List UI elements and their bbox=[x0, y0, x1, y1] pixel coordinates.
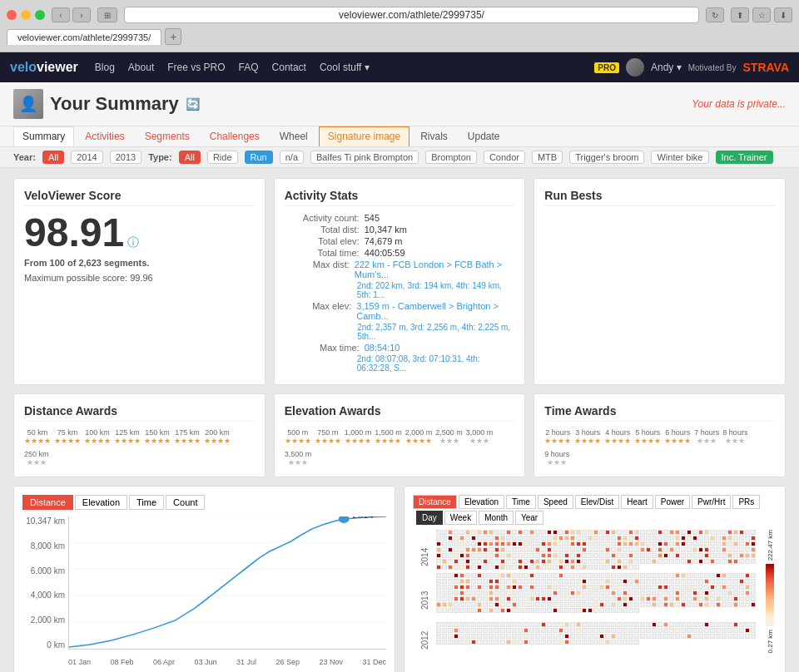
type-triggers-btn[interactable]: Trigger's broom bbox=[569, 151, 644, 164]
minimize-button[interactable] bbox=[21, 10, 31, 20]
award-8h: 8 hours★★★ bbox=[722, 428, 747, 445]
tab-rivals[interactable]: Rivals bbox=[411, 126, 457, 146]
line-chart-card: Distance Elevation Time Count 10,347 km … bbox=[13, 486, 395, 672]
tab-segments[interactable]: Segments bbox=[136, 126, 199, 146]
browser-tab[interactable]: veloviewer.com/athlete/2999735/ bbox=[7, 29, 161, 45]
award-7h: 7 hours★★★ bbox=[694, 428, 719, 445]
year-label-2013: 2013 bbox=[413, 576, 436, 610]
year-label-2014: 2014 bbox=[413, 533, 436, 566]
close-button[interactable] bbox=[7, 10, 17, 20]
reload-button[interactable]: ↻ bbox=[706, 7, 724, 22]
tab-challenges[interactable]: Challenges bbox=[201, 126, 269, 146]
award-5h: 5 hours★★★★ bbox=[634, 428, 661, 445]
private-message: Your data is private... bbox=[692, 98, 786, 110]
bookmark-button[interactable]: ☆ bbox=[752, 7, 771, 22]
heatmap-view-year[interactable]: Year bbox=[515, 511, 543, 525]
y-label-2000: 2,000 km bbox=[22, 615, 68, 625]
year-all-btn[interactable]: All bbox=[42, 151, 64, 164]
heatmap-card: Distance Elevation Time Speed Elev/Dist … bbox=[404, 486, 786, 672]
tab-activities[interactable]: Activities bbox=[76, 126, 133, 146]
chart-tab-distance[interactable]: Distance bbox=[22, 495, 73, 510]
nav-about[interactable]: About bbox=[128, 62, 154, 73]
chart-tab-count[interactable]: Count bbox=[166, 495, 205, 510]
nav-links: Blog About Free vs PRO FAQ Contact Cool … bbox=[95, 62, 595, 73]
address-bar[interactable]: veloviewer.com/athlete/2999735/ bbox=[124, 7, 699, 23]
tab-signature-image[interactable]: Signature image bbox=[319, 126, 409, 146]
award-6h: 6 hours★★★★ bbox=[664, 428, 691, 445]
reader-button[interactable]: ⊞ bbox=[97, 7, 117, 22]
heatmap-tab-distance[interactable]: Distance bbox=[413, 495, 457, 509]
new-tab-button[interactable]: + bbox=[165, 28, 181, 45]
type-brompton-btn[interactable]: Brompton bbox=[425, 151, 477, 164]
y-label-4000: 4,000 km bbox=[22, 590, 68, 600]
back-button[interactable]: ‹ bbox=[52, 7, 70, 22]
x-jul: 31 Jul bbox=[236, 658, 256, 666]
heatmap-tab-power[interactable]: Power bbox=[655, 495, 690, 509]
award-100km: 100 km★★★★ bbox=[84, 428, 111, 445]
scale-min: 0.27 km bbox=[767, 630, 774, 653]
tab-update[interactable]: Update bbox=[459, 126, 509, 146]
nav-cool-stuff[interactable]: Cool stuff ▾ bbox=[320, 62, 370, 73]
nav-free-vs-pro[interactable]: Free vs PRO bbox=[167, 62, 225, 73]
heatmap-tab-prs[interactable]: PRs bbox=[732, 495, 760, 509]
user-info[interactable]: Andy ▾ bbox=[651, 62, 682, 73]
heatmap-tab-pwrhrt[interactable]: Pwr/Hrt bbox=[692, 495, 731, 509]
award-3500m: 3,500 m★★★ bbox=[285, 450, 312, 467]
nav-blog[interactable]: Blog bbox=[95, 62, 115, 73]
inc-trainer-btn[interactable]: Inc. Trainer bbox=[716, 151, 773, 164]
refresh-button[interactable]: 🔄 bbox=[186, 97, 200, 111]
browser-chrome: ‹ › ⊞ veloviewer.com/athlete/2999735/ ↻ … bbox=[0, 0, 799, 52]
heatmap-tab-elevation[interactable]: Elevation bbox=[459, 495, 504, 509]
award-2h: 2 hours★★★★ bbox=[544, 428, 571, 445]
distance-awards-title: Distance Awards bbox=[24, 404, 255, 422]
type-all-btn[interactable]: All bbox=[179, 151, 201, 164]
type-run-btn[interactable]: Run bbox=[245, 151, 273, 164]
forward-button[interactable]: › bbox=[72, 7, 91, 22]
stat-row-maxtime: Max time: 08:54:10 bbox=[285, 343, 515, 353]
year-2014-btn[interactable]: 2014 bbox=[71, 151, 102, 164]
color-scale-bar bbox=[766, 564, 774, 625]
maximize-button[interactable] bbox=[35, 10, 45, 20]
svg-point-5 bbox=[339, 516, 350, 523]
chart-y-axis: 10,347 km 8,000 km 6,000 km 4,000 km 2,0… bbox=[22, 516, 68, 650]
stat-row-time: Total time: 440:05:59 bbox=[285, 248, 515, 258]
tab-summary[interactable]: Summary bbox=[13, 126, 74, 146]
award-3h: 3 hours★★★★ bbox=[574, 428, 601, 445]
year-2013-btn[interactable]: 2013 bbox=[110, 151, 141, 164]
heatmap-tab-heart[interactable]: Heart bbox=[621, 495, 653, 509]
award-750m: 750 m★★★★ bbox=[315, 428, 341, 445]
type-winter-btn[interactable]: Winter bike bbox=[651, 151, 708, 164]
chart-tab-time[interactable]: Time bbox=[129, 495, 164, 510]
heatmap-view-week[interactable]: Week bbox=[444, 511, 477, 525]
download-button[interactable]: ⬇ bbox=[774, 7, 792, 22]
heatmap-tab-time[interactable]: Time bbox=[506, 495, 536, 509]
type-mtb-btn[interactable]: MTB bbox=[532, 151, 563, 164]
heatmap-view-month[interactable]: Month bbox=[479, 511, 514, 525]
share-button[interactable]: ⬆ bbox=[731, 7, 749, 22]
nav-faq[interactable]: FAQ bbox=[239, 62, 259, 73]
type-na-btn[interactable]: n/a bbox=[280, 151, 304, 164]
elevation-award-badges-2: 3,500 m★★★ bbox=[285, 450, 515, 467]
type-condor-btn[interactable]: Condor bbox=[484, 151, 525, 164]
y-label-6000: 6,000 km bbox=[22, 566, 68, 576]
award-3000m: 3,000 m★★★ bbox=[466, 428, 494, 445]
page-title-area: 👤 Your Summary 🔄 bbox=[13, 89, 200, 119]
nav-contact[interactable]: Contact bbox=[272, 62, 306, 73]
award-175km: 175 km★★★★ bbox=[174, 428, 201, 445]
type-ride-btn[interactable]: Ride bbox=[207, 151, 238, 164]
score-info-icon[interactable]: ⓘ bbox=[127, 235, 139, 250]
logo[interactable]: veloviewer bbox=[10, 60, 78, 75]
stat-row-maxtime2: 2nd: 08:07:08, 3rd: 07:10:31, 4th: 06:32… bbox=[285, 354, 515, 373]
award-50km: 50 km★★★★ bbox=[24, 428, 51, 445]
award-4h: 4 hours★★★★ bbox=[604, 428, 631, 445]
tab-wheel[interactable]: Wheel bbox=[270, 126, 317, 146]
stat-row-maxdist2: 2nd: 202 km, 3rd: 194 km, 4th: 149 km, 5… bbox=[285, 281, 515, 299]
heatmap-top-tabs: Distance Elevation Time Speed Elev/Dist … bbox=[413, 495, 777, 525]
type-balfes-btn[interactable]: Balfes Ti pink Brompton bbox=[310, 151, 419, 164]
chart-tabs: Distance Elevation Time Count bbox=[22, 495, 386, 510]
award-200km: 200 km★★★★ bbox=[204, 428, 231, 445]
chart-tab-elevation[interactable]: Elevation bbox=[75, 495, 127, 510]
heatmap-tab-elevdist[interactable]: Elev/Dist bbox=[575, 495, 619, 509]
heatmap-view-day[interactable]: Day bbox=[416, 511, 443, 525]
heatmap-tab-speed[interactable]: Speed bbox=[538, 495, 573, 509]
